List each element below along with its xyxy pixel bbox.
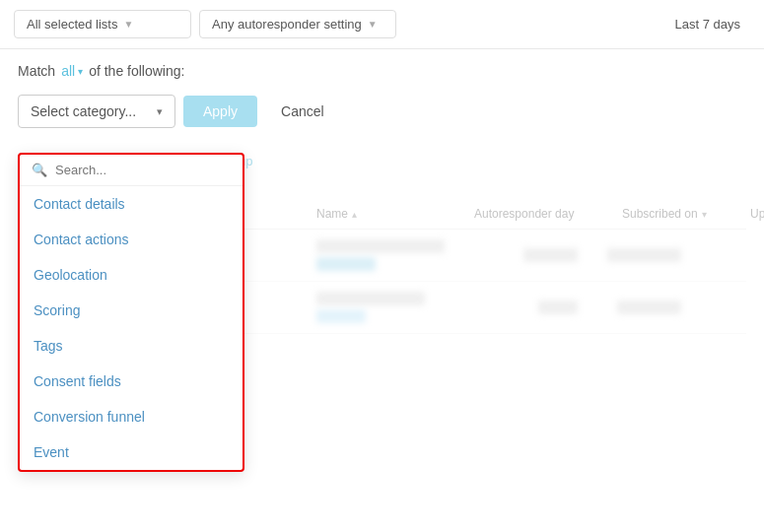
autoresponder-label: Any autoresponder setting bbox=[212, 17, 362, 32]
match-row: Match all ▾ of the following: bbox=[0, 49, 764, 89]
select-category-arrow: ▾ bbox=[157, 105, 163, 118]
dropdown-item-tags[interactable]: Tags bbox=[20, 328, 243, 364]
all-selected-lists-dropdown[interactable]: All selected lists ▼ bbox=[14, 10, 191, 38]
match-all-button[interactable]: all ▾ bbox=[61, 63, 83, 79]
list-chevron-icon: ▼ bbox=[123, 19, 133, 30]
last-days-label: Last 7 days bbox=[665, 11, 751, 37]
dropdown-wrapper: 🔍 Contact details Contact actions Geoloc… bbox=[18, 153, 244, 472]
match-prefix: Match bbox=[18, 63, 55, 79]
match-suffix: of the following: bbox=[89, 63, 184, 79]
dropdown-item-event[interactable]: Event bbox=[20, 434, 243, 470]
cancel-button[interactable]: Cancel bbox=[265, 96, 340, 127]
dropdown-item-scoring[interactable]: Scoring bbox=[20, 293, 243, 328]
category-dropdown-menu: 🔍 Contact details Contact actions Geoloc… bbox=[18, 153, 244, 472]
dropdown-item-contact-actions[interactable]: Contact actions bbox=[20, 222, 243, 257]
category-row: Select category... ▾ Apply Cancel bbox=[0, 89, 764, 128]
select-category-label: Select category... bbox=[31, 103, 136, 119]
dropdown-search-input[interactable] bbox=[55, 163, 231, 177]
autoresponder-setting-dropdown[interactable]: Any autoresponder setting ▼ bbox=[199, 10, 396, 38]
all-selected-lists-label: All selected lists bbox=[27, 17, 117, 32]
apply-button[interactable]: Apply bbox=[183, 96, 257, 127]
match-all-label: all bbox=[61, 63, 75, 79]
filter-bar: All selected lists ▼ Any autoresponder s… bbox=[0, 0, 764, 49]
dropdown-item-consent-fields[interactable]: Consent fields bbox=[20, 364, 243, 399]
dropdown-search-row: 🔍 bbox=[20, 155, 243, 186]
match-all-arrow: ▾ bbox=[78, 66, 83, 77]
dropdown-item-conversion-funnel[interactable]: Conversion funnel bbox=[20, 399, 243, 434]
select-category-button[interactable]: Select category... ▾ bbox=[18, 95, 175, 128]
dropdown-item-geolocation[interactable]: Geolocation bbox=[20, 257, 243, 293]
search-icon: 🔍 bbox=[32, 163, 47, 177]
auto-chevron-icon: ▼ bbox=[368, 19, 378, 30]
dropdown-item-contact-details[interactable]: Contact details bbox=[20, 186, 243, 222]
